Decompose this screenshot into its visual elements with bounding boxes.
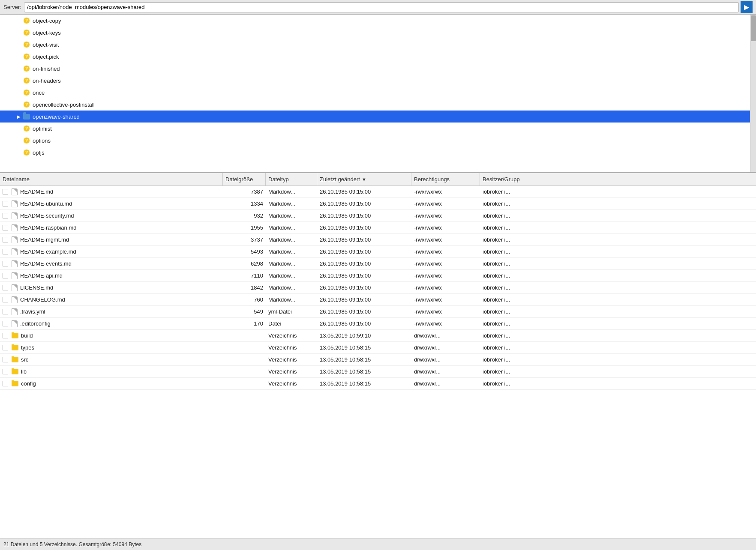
file-checkbox[interactable] bbox=[3, 321, 8, 326]
file-icon-doc bbox=[12, 188, 18, 195]
tree-item-optimist[interactable]: optimist bbox=[0, 123, 756, 135]
file-cell-modified: 26.10.1985 09:15:00 bbox=[317, 236, 411, 243]
file-cell-permissions: -rwxrwxrwx bbox=[411, 272, 480, 279]
tree-item-once[interactable]: once bbox=[0, 87, 756, 99]
file-cell-name: .editorconfig bbox=[0, 320, 223, 327]
file-cell-size: 3737 bbox=[223, 236, 266, 243]
server-path-input[interactable] bbox=[24, 2, 739, 12]
file-cell-type: Verzeichnis bbox=[266, 380, 317, 387]
file-cell-type: Verzeichnis bbox=[266, 368, 317, 375]
file-checkbox[interactable] bbox=[3, 297, 8, 302]
file-cell-permissions: -rwxrwxrwx bbox=[411, 296, 480, 303]
file-cell-type: Markdow... bbox=[266, 272, 317, 279]
table-row[interactable]: .travis.yml549yml-Datei26.10.1985 09:15:… bbox=[0, 306, 756, 318]
tree-item-label-object-copy: object-copy bbox=[33, 18, 61, 24]
file-checkbox[interactable] bbox=[3, 225, 8, 230]
file-cell-modified: 13.05.2019 10:59:10 bbox=[317, 332, 411, 339]
server-go-button[interactable]: ▶ bbox=[741, 1, 753, 13]
file-cell-size: 1842 bbox=[223, 284, 266, 291]
file-cell-permissions: -rwxrwxrwx bbox=[411, 260, 480, 267]
table-row[interactable]: README-mgmt.md3737Markdow...26.10.1985 0… bbox=[0, 234, 756, 246]
col-header-permissions[interactable]: Berechtigungs bbox=[411, 173, 480, 185]
file-cell-modified: 26.10.1985 09:15:00 bbox=[317, 248, 411, 255]
table-row[interactable]: typesVerzeichnis13.05.2019 10:58:15drwxr… bbox=[0, 342, 756, 354]
file-cell-name: .travis.yml bbox=[0, 308, 223, 315]
table-row[interactable]: .editorconfig170Datei26.10.1985 09:15:00… bbox=[0, 318, 756, 330]
col-header-type[interactable]: Dateityp bbox=[266, 173, 317, 185]
file-cell-owner: iobroker i... bbox=[480, 320, 756, 327]
file-checkbox[interactable] bbox=[3, 333, 8, 338]
tree-item-openzwave-shared[interactable]: ▶openzwave-shared bbox=[0, 111, 756, 123]
tree-item-object-visit[interactable]: object-visit bbox=[0, 39, 756, 51]
file-name-text: README-api.md bbox=[20, 272, 63, 279]
file-checkbox[interactable] bbox=[3, 261, 8, 266]
tree-scrollbar[interactable] bbox=[750, 15, 756, 172]
file-cell-type: Markdow... bbox=[266, 212, 317, 219]
file-name-text: LICENSE.md bbox=[20, 284, 53, 291]
expand-arrow-openzwave-shared[interactable]: ▶ bbox=[15, 114, 22, 119]
status-text: 21 Dateien und 5 Verzeichnisse. Gesamtgr… bbox=[3, 541, 141, 547]
file-name-text: lib bbox=[21, 368, 27, 375]
table-row[interactable]: buildVerzeichnis13.05.2019 10:59:10drwxr… bbox=[0, 330, 756, 342]
file-cell-type: Markdow... bbox=[266, 224, 317, 231]
tree-item-label-opencollective-postinstall: opencollective-postinstall bbox=[33, 102, 95, 108]
table-row[interactable]: README-raspbian.md1955Markdow...26.10.19… bbox=[0, 222, 756, 234]
tree-item-on-finished[interactable]: on-finished bbox=[0, 63, 756, 75]
file-cell-owner: iobroker i... bbox=[480, 356, 756, 363]
file-cell-type: Verzeichnis bbox=[266, 332, 317, 339]
table-row[interactable]: libVerzeichnis13.05.2019 10:58:15drwxrwx… bbox=[0, 366, 756, 378]
table-row[interactable]: configVerzeichnis13.05.2019 10:58:15drwx… bbox=[0, 378, 756, 390]
file-checkbox[interactable] bbox=[3, 213, 8, 218]
file-cell-size: 1334 bbox=[223, 200, 266, 207]
table-row[interactable]: README-security.md932Markdow...26.10.198… bbox=[0, 210, 756, 222]
col-header-owner[interactable]: Besitzer/Grupp bbox=[480, 173, 756, 185]
file-cell-name: README-ubuntu.md bbox=[0, 200, 223, 207]
file-name-text: README-example.md bbox=[20, 248, 76, 255]
col-header-size[interactable]: Dateigröße bbox=[223, 173, 266, 185]
file-checkbox[interactable] bbox=[3, 201, 8, 206]
file-checkbox[interactable] bbox=[3, 309, 8, 314]
file-name-text: README.md bbox=[20, 188, 53, 195]
file-checkbox[interactable] bbox=[3, 249, 8, 254]
file-cell-permissions: -rwxrwxrwx bbox=[411, 320, 480, 327]
tree-scrollbar-thumb[interactable] bbox=[751, 15, 756, 41]
file-checkbox[interactable] bbox=[3, 237, 8, 242]
tree-item-options[interactable]: options bbox=[0, 135, 756, 146]
table-row[interactable]: README-ubuntu.md1334Markdow...26.10.1985… bbox=[0, 198, 756, 210]
question-icon-on-headers bbox=[22, 77, 31, 84]
file-cell-owner: iobroker i... bbox=[480, 260, 756, 267]
table-row[interactable]: README-example.md5493Markdow...26.10.198… bbox=[0, 246, 756, 258]
tree-item-optjs[interactable]: optjs bbox=[0, 146, 756, 158]
file-checkbox[interactable] bbox=[3, 345, 8, 350]
tree-item-object-pick[interactable]: object.pick bbox=[0, 51, 756, 63]
tree-item-object-copy[interactable]: object-copy bbox=[0, 15, 756, 27]
file-cell-size: 549 bbox=[223, 308, 266, 315]
table-row[interactable]: srcVerzeichnis13.05.2019 10:58:15drwxrwx… bbox=[0, 354, 756, 366]
file-cell-name: src bbox=[0, 356, 223, 363]
file-cell-owner: iobroker i... bbox=[480, 200, 756, 207]
file-checkbox[interactable] bbox=[3, 285, 8, 290]
file-checkbox[interactable] bbox=[3, 357, 8, 362]
question-icon-object-visit bbox=[22, 41, 31, 48]
question-icon-opencollective-postinstall bbox=[22, 101, 31, 108]
col-header-name[interactable]: Dateiname bbox=[0, 173, 223, 185]
folder-icon-small bbox=[12, 357, 18, 362]
file-checkbox[interactable] bbox=[3, 369, 8, 374]
file-checkbox[interactable] bbox=[3, 273, 8, 278]
tree-item-opencollective-postinstall[interactable]: opencollective-postinstall bbox=[0, 99, 756, 111]
file-cell-modified: 26.10.1985 09:15:00 bbox=[317, 296, 411, 303]
file-cell-name: README-raspbian.md bbox=[0, 224, 223, 231]
file-cell-modified: 26.10.1985 09:15:00 bbox=[317, 224, 411, 231]
file-checkbox[interactable] bbox=[3, 189, 8, 194]
table-row[interactable]: LICENSE.md1842Markdow...26.10.1985 09:15… bbox=[0, 282, 756, 294]
tree-item-object-keys[interactable]: object-keys bbox=[0, 27, 756, 39]
table-row[interactable]: CHANGELOG.md760Markdow...26.10.1985 09:1… bbox=[0, 294, 756, 306]
tree-item-on-headers[interactable]: on-headers bbox=[0, 75, 756, 87]
col-header-modified[interactable]: Zuletzt geändert ▼ bbox=[317, 173, 411, 185]
table-row[interactable]: README-events.md6298Markdow...26.10.1985… bbox=[0, 258, 756, 270]
file-cell-modified: 26.10.1985 09:15:00 bbox=[317, 188, 411, 195]
table-row[interactable]: README-api.md7110Markdow...26.10.1985 09… bbox=[0, 270, 756, 282]
file-checkbox[interactable] bbox=[3, 381, 8, 386]
file-name-text: .travis.yml bbox=[20, 308, 45, 315]
table-row[interactable]: README.md7387Markdow...26.10.1985 09:15:… bbox=[0, 186, 756, 198]
